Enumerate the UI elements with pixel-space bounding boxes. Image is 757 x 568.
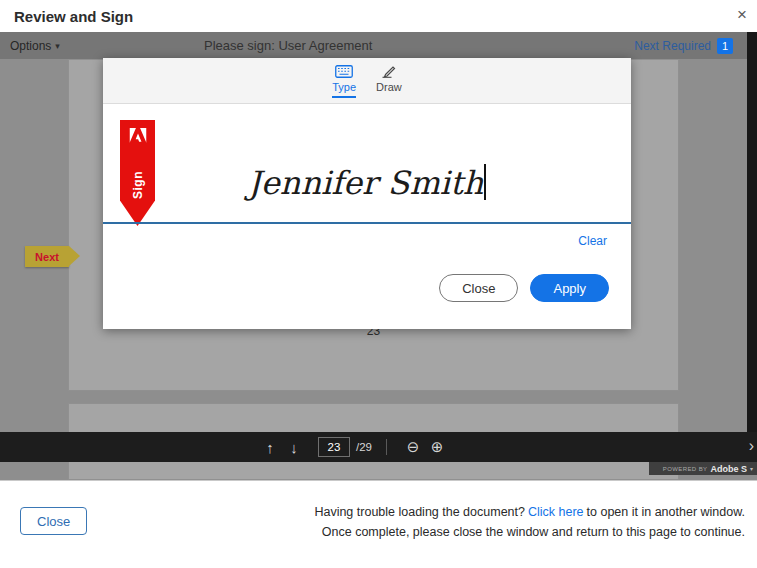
apply-button[interactable]: Apply	[530, 274, 609, 302]
vertical-scrollbar[interactable]	[747, 32, 757, 432]
keyboard-icon	[335, 65, 353, 78]
next-tag-arrow	[69, 246, 80, 266]
footer: Close Having trouble loading the documen…	[0, 480, 757, 568]
next-required-control[interactable]: Next Required 1	[634, 38, 733, 54]
next-required-label: Next Required	[634, 39, 711, 53]
next-required-count-badge: 1	[717, 38, 733, 54]
next-field-tag[interactable]: Next	[25, 246, 69, 267]
total-pages-label: /29	[356, 441, 372, 453]
toolbar-divider	[386, 439, 387, 455]
help-text: Having trouble loading the document?Clic…	[314, 502, 745, 542]
modal-close-button[interactable]: Close	[439, 274, 518, 302]
tab-type-label: Type	[332, 81, 356, 98]
pdf-controls: ↑ ↓ 23 /29 ⊖ ⊕	[258, 432, 449, 462]
page-up-icon[interactable]: ↑	[258, 439, 282, 456]
signature-modal: Type Draw Sign Jennifer Smith Clear	[103, 58, 631, 329]
options-menu[interactable]: Options ▾	[10, 39, 60, 53]
document-title: Please sign: User Agreement	[204, 38, 372, 53]
adobe-logo-icon	[129, 128, 146, 147]
chevron-right-icon[interactable]: ›	[749, 437, 754, 455]
tab-draw-label: Draw	[376, 81, 402, 93]
signature-tabs: Type Draw	[103, 58, 631, 104]
help-line1-before: Having trouble loading the document?	[314, 505, 525, 519]
pdf-controls-toolbar: ↑ ↓ 23 /29 ⊖ ⊕ ›	[0, 432, 757, 462]
page-down-icon[interactable]: ↓	[282, 439, 306, 456]
powered-by-prefix: POWERED BY	[663, 466, 708, 472]
signature-line	[103, 222, 631, 224]
current-page-input[interactable]: 23	[318, 437, 350, 457]
document-toolbar: Options ▾ Please sign: User Agreement Ne…	[0, 32, 757, 59]
page-title: Review and Sign	[14, 8, 133, 25]
caret-down-icon: ▾	[750, 465, 753, 472]
chevron-down-icon: ▾	[55, 41, 60, 51]
next-tag-label: Next	[35, 251, 59, 263]
options-label: Options	[10, 39, 51, 53]
zoom-in-icon[interactable]: ⊕	[425, 438, 449, 456]
signature-modal-body: Sign Jennifer Smith Clear Close Apply	[103, 104, 631, 328]
clear-link[interactable]: Clear	[578, 234, 607, 248]
signature-field[interactable]: Jennifer Smith	[103, 164, 631, 216]
signature-text[interactable]: Jennifer Smith	[248, 164, 483, 202]
help-line1-after: to open it in another window.	[587, 505, 745, 519]
zoom-out-icon[interactable]: ⊖	[401, 438, 425, 456]
footer-close-button[interactable]: Close	[20, 507, 87, 535]
help-line-1: Having trouble loading the document?Clic…	[314, 502, 745, 522]
click-here-link[interactable]: Click here	[528, 505, 584, 519]
review-and-sign-window: Review and Sign × Options ▾ Please sign:…	[0, 0, 757, 568]
tab-type[interactable]: Type	[332, 65, 356, 103]
modal-button-row: Close Apply	[439, 274, 609, 302]
title-bar: Review and Sign ×	[0, 0, 757, 32]
text-cursor	[484, 164, 486, 200]
tab-draw[interactable]: Draw	[376, 65, 402, 103]
help-line-2: Once complete, please close the window a…	[314, 522, 745, 542]
close-icon[interactable]: ×	[737, 6, 747, 23]
powered-by-badge: POWERED BY Adobe S ▾	[649, 462, 757, 475]
powered-by-brand: Adobe S	[710, 464, 747, 474]
pen-icon	[381, 65, 396, 78]
